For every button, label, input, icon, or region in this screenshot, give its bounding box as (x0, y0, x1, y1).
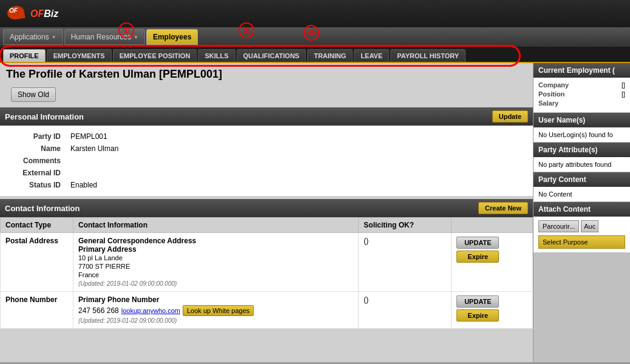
phone-primary-label: Primary Phone Number (78, 295, 159, 304)
tab-leave[interactable]: LEAVE (354, 49, 389, 62)
no-content-msg: No Content (538, 190, 572, 198)
personal-info-table: Party ID PEMPL001 Name Karsten Ulman Com… (5, 130, 528, 191)
personal-info-section: Personal Information Update Party ID PEM… (0, 107, 533, 196)
subtabs: PROFILE EMPLOYMENTS EMPLOYEE POSITION SK… (0, 47, 630, 63)
logo-of: OF (30, 8, 44, 19)
table-row: Comments (5, 155, 528, 167)
table-row: Name Karsten Ulman (5, 143, 528, 155)
personal-info-title: Personal Information (5, 112, 84, 121)
contact-info-header: Contact Information Create New (0, 199, 533, 217)
phone-actions: UPDATE Expire (452, 292, 533, 329)
col-contact-info: Contact Information (73, 218, 359, 233)
postal-actions: UPDATE Expire (452, 233, 533, 292)
position-row: Position [] (538, 90, 625, 98)
position-value: [] (622, 90, 625, 98)
status-id-label: Status ID (5, 179, 66, 191)
postal-primary-label: General Correspondence Address (78, 237, 196, 245)
nav-employees[interactable]: Employees (146, 29, 198, 45)
attach-content-header: Attach Content (533, 202, 630, 217)
content-panel: The Profile of Karsten Ulman [PEMPL001] … (0, 63, 533, 362)
select-purpose-button[interactable]: Select Purpose (538, 235, 625, 249)
tab-payroll-history[interactable]: PAYROLL HISTORY (390, 49, 466, 62)
comments-label: Comments (5, 155, 66, 167)
usernames-section: User Name(s) No UserLogin(s) found fo (533, 113, 630, 143)
tab-qualifications[interactable]: QUALIFICATIONS (237, 49, 307, 62)
postal-address-info: General Correspondence Address Primary A… (73, 233, 359, 292)
create-new-button[interactable]: Create New (478, 202, 528, 214)
tab-employee-position[interactable]: EMPLOYEE POSITION (113, 49, 197, 62)
postal-secondary-label: Primary Address (78, 245, 137, 254)
tab-employments[interactable]: EMPLOYMENTS (47, 49, 112, 62)
phone-update-button[interactable]: UPDATE (456, 295, 499, 308)
contact-table: Contact Type Contact Information Solicit… (0, 217, 533, 329)
employment-header: Current Employment ( (533, 63, 630, 78)
table-row: Phone Number Primary Phone Number 247 56… (1, 292, 533, 329)
address-line-3: France (78, 271, 99, 278)
phone-expire-button[interactable]: Expire (456, 309, 499, 322)
party-content-header: Party Content (533, 172, 630, 187)
party-id-label: Party ID (5, 130, 66, 143)
logo-biz: Biz (44, 8, 58, 19)
attach-input-row: Parcourir... Auc (538, 220, 625, 232)
nav-hr-label: Human Resources (71, 33, 131, 41)
name-label: Name (5, 143, 66, 155)
table-row: Contact Type Contact Information Solicit… (1, 218, 533, 233)
header: OF OFBiz (0, 0, 630, 27)
postal-address-type: Postal Address (1, 233, 73, 292)
contact-info-title: Contact Information (5, 204, 80, 213)
position-label: Position (538, 90, 564, 98)
company-value: [] (622, 81, 625, 89)
logo: OF OFBiz (6, 5, 58, 23)
phone-soliciting: () (359, 292, 452, 329)
party-content-content: No Content (533, 187, 630, 202)
col-soliciting: Soliciting OK? (359, 218, 452, 233)
nav-applications-arrow: ▼ (52, 35, 56, 40)
tab-training[interactable]: TRAINING (307, 49, 353, 62)
auc-button[interactable]: Auc (581, 220, 598, 232)
browse-button[interactable]: Parcourir... (538, 220, 579, 232)
right-panel: Current Employment ( Company [] Position… (533, 63, 630, 362)
salary-label: Salary (538, 99, 558, 107)
status-id-value: Enabled (66, 179, 528, 191)
contact-info-section: Contact Information Create New Contact T… (0, 199, 533, 329)
nav-employees-label: Employees (153, 33, 191, 41)
table-row: Postal Address General Correspondence Ad… (1, 233, 533, 292)
col-actions (452, 218, 533, 233)
postal-update-button[interactable]: UPDATE (456, 237, 499, 249)
party-attr-content: No party attributes found (533, 157, 630, 172)
no-attr-msg: No party attributes found (538, 161, 611, 168)
main-area: The Profile of Karsten Ulman [PEMPL001] … (0, 63, 630, 362)
comments-value (66, 155, 528, 167)
attach-content-section: Attach Content Parcourir... Auc Select P… (533, 202, 630, 252)
party-content-section: Party Content No Content (533, 172, 630, 202)
nav-applications-label: Applications (10, 33, 49, 41)
tab-skills[interactable]: SKILLS (198, 49, 235, 62)
whitepages-button[interactable]: Look up White pages (183, 305, 254, 316)
salary-row: Salary (538, 99, 625, 107)
show-old-button[interactable]: Show Old (11, 87, 56, 102)
nav-applications[interactable]: Applications ▼ (3, 29, 63, 45)
company-label: Company (538, 81, 569, 89)
usernames-content: No UserLogin(s) found fo (533, 127, 630, 143)
personal-info-update-button[interactable]: Update (492, 110, 528, 123)
navbar: Applications ▼ Human Resources ▼ Employe… (0, 27, 630, 47)
employment-section: Current Employment ( Company [] Position… (533, 63, 630, 113)
usernames-header: User Name(s) (533, 113, 630, 127)
phone-number: 247 566 268 (78, 306, 119, 315)
postal-updated: (Updated: 2019-01-02 09:00:00.000) (78, 280, 177, 287)
phone-type: Phone Number (1, 292, 73, 329)
phone-actions-row: 247 566 268 lookup:anywho.com Look up Wh… (78, 305, 353, 316)
table-row: Party ID PEMPL001 (5, 130, 528, 143)
nav-human-resources[interactable]: Human Resources ▼ (64, 29, 145, 45)
employment-content: Company [] Position [] Salary (533, 78, 630, 113)
postal-expire-button[interactable]: Expire (456, 251, 499, 263)
table-row: External ID (5, 167, 528, 179)
external-id-value (66, 167, 528, 179)
party-attributes-section: Party Attribute(s) No party attributes f… (533, 143, 630, 172)
table-row: Status ID Enabled (5, 179, 528, 191)
party-attr-header: Party Attribute(s) (533, 143, 630, 157)
anywho-link[interactable]: lookup:anywho.com (121, 307, 180, 314)
name-value: Karsten Ulman (66, 143, 528, 155)
tab-profile[interactable]: PROFILE (3, 49, 46, 62)
postal-soliciting: () (359, 233, 452, 292)
